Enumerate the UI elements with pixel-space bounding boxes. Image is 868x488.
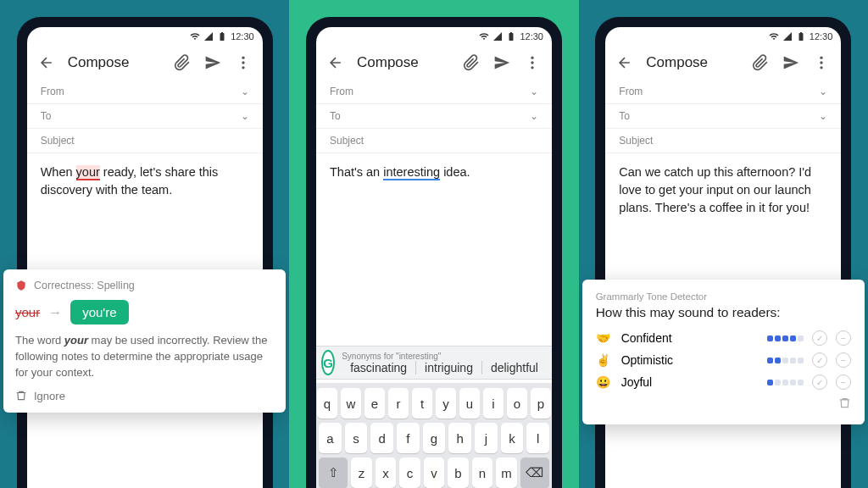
- compose-body[interactable]: That's an interesting idea.: [316, 153, 552, 191]
- back-icon[interactable]: [326, 53, 345, 72]
- flagged-word[interactable]: your: [76, 165, 100, 180]
- key-v[interactable]: v: [424, 458, 444, 488]
- chevron-down-icon: ⌄: [241, 86, 249, 97]
- send-icon[interactable]: [782, 53, 800, 72]
- tone-approve[interactable]: ✓: [812, 352, 827, 368]
- more-icon[interactable]: [234, 53, 253, 72]
- key-g[interactable]: g: [423, 423, 446, 453]
- suggestion-chip[interactable]: you're: [70, 300, 128, 324]
- key-k[interactable]: k: [501, 423, 524, 453]
- attach-icon[interactable]: [173, 53, 192, 72]
- attach-icon[interactable]: [462, 53, 481, 72]
- key-j[interactable]: j: [475, 423, 498, 453]
- back-icon[interactable]: [37, 53, 56, 72]
- compose-body[interactable]: Can we catch up this afternoon? I'd love…: [605, 153, 841, 227]
- key-d[interactable]: d: [370, 423, 393, 453]
- battery-icon: [796, 31, 806, 42]
- key-u[interactable]: u: [459, 388, 480, 419]
- grammarly-logo[interactable]: G: [321, 350, 335, 375]
- phone-frame: 12:30 Compose From⌄ To⌄ Subject That's a…: [306, 17, 562, 488]
- tone-reject[interactable]: −: [836, 330, 851, 346]
- synonym-label: Synonyms for "interesting": [342, 352, 547, 361]
- to-field[interactable]: To⌄: [27, 104, 263, 129]
- svg-point-8: [821, 61, 823, 64]
- key-y[interactable]: y: [436, 388, 456, 419]
- wifi-icon: [190, 31, 200, 42]
- subject-field[interactable]: Subject: [316, 129, 552, 153]
- subject-field[interactable]: Subject: [605, 129, 841, 153]
- synonym-list: fascinating intriguing delightful: [342, 361, 547, 374]
- from-field[interactable]: From⌄: [605, 80, 841, 104]
- back-icon[interactable]: [615, 53, 634, 72]
- tone-level: [767, 380, 804, 385]
- key-p[interactable]: p: [531, 388, 551, 419]
- chevron-down-icon: ⌄: [819, 86, 827, 97]
- status-bar: 12:30: [316, 27, 552, 46]
- signal-icon: [782, 31, 793, 42]
- tone-name: Optimistic: [621, 353, 759, 367]
- chevron-down-icon: ⌄: [819, 110, 827, 122]
- key-o[interactable]: o: [507, 388, 527, 419]
- tone-subtitle: Grammarly Tone Detector: [596, 291, 851, 302]
- compose-body[interactable]: When your ready, let's share this discov…: [27, 153, 263, 209]
- tone-approve[interactable]: ✓: [812, 374, 827, 390]
- chevron-down-icon: ⌄: [530, 86, 538, 97]
- tone-reject[interactable]: −: [836, 374, 851, 390]
- app-bar: Compose: [605, 46, 841, 80]
- backspace-key[interactable]: ⌫: [520, 458, 549, 488]
- shift-key[interactable]: ⇧: [319, 458, 348, 488]
- dismiss-tone[interactable]: [596, 396, 851, 413]
- key-e[interactable]: e: [364, 388, 385, 419]
- send-icon[interactable]: [203, 53, 222, 72]
- synonym-option[interactable]: delightful: [482, 361, 547, 374]
- svg-point-0: [242, 57, 244, 59]
- chevron-down-icon: ⌄: [241, 110, 249, 122]
- key-x[interactable]: x: [376, 458, 396, 488]
- wifi-icon: [479, 31, 489, 42]
- key-c[interactable]: c: [399, 458, 420, 488]
- to-field[interactable]: To⌄: [605, 104, 841, 129]
- synonym-option[interactable]: intriguing: [416, 361, 482, 374]
- selected-word[interactable]: interesting: [383, 165, 440, 180]
- status-bar: 12:30: [605, 27, 841, 46]
- key-w[interactable]: w: [341, 388, 361, 419]
- tone-emoji: ✌️: [596, 353, 613, 367]
- keyboard: qwertyuiop asdfghjkl ⇧ zxcvbnm ⌫ 123 , ☺…: [316, 383, 552, 488]
- synonym-option[interactable]: fascinating: [342, 361, 416, 374]
- trash-icon: [15, 390, 27, 402]
- key-s[interactable]: s: [345, 423, 368, 453]
- key-l[interactable]: l: [526, 423, 549, 453]
- key-h[interactable]: h: [448, 423, 471, 453]
- tone-name: Confident: [621, 331, 759, 345]
- tone-reject[interactable]: −: [836, 352, 851, 368]
- svg-point-2: [242, 66, 244, 69]
- panel-correctness: 12:30 Compose From⌄ To⌄ Subject When you…: [0, 0, 289, 488]
- from-field[interactable]: From⌄: [316, 80, 552, 104]
- subject-field[interactable]: Subject: [27, 129, 263, 153]
- tone-approve[interactable]: ✓: [812, 330, 827, 346]
- svg-point-1: [242, 61, 244, 64]
- key-i[interactable]: i: [483, 388, 504, 419]
- tone-level: [767, 358, 804, 363]
- svg-point-9: [821, 66, 823, 69]
- key-f[interactable]: f: [397, 423, 420, 453]
- screen: 12:30 Compose From⌄ To⌄ Subject That's a…: [316, 27, 552, 488]
- key-t[interactable]: t: [412, 388, 432, 419]
- explanation: The word your may be used incorrectly. R…: [15, 333, 274, 381]
- send-icon[interactable]: [492, 53, 511, 72]
- key-z[interactable]: z: [351, 458, 371, 488]
- ignore-button[interactable]: Ignore: [15, 390, 274, 402]
- key-b[interactable]: b: [448, 458, 468, 488]
- to-field[interactable]: To⌄: [316, 104, 552, 129]
- key-r[interactable]: r: [388, 388, 409, 419]
- app-bar: Compose: [27, 46, 263, 80]
- key-n[interactable]: n: [472, 458, 492, 488]
- more-icon[interactable]: [812, 53, 831, 72]
- key-m[interactable]: m: [496, 458, 516, 488]
- attach-icon[interactable]: [751, 53, 770, 72]
- more-icon[interactable]: [523, 53, 542, 72]
- panel-tone: 12:30 Compose From⌄ To⌄ Subject Can we c…: [579, 0, 868, 488]
- key-a[interactable]: a: [319, 423, 342, 453]
- from-field[interactable]: From⌄: [27, 80, 263, 104]
- key-q[interactable]: q: [317, 388, 337, 419]
